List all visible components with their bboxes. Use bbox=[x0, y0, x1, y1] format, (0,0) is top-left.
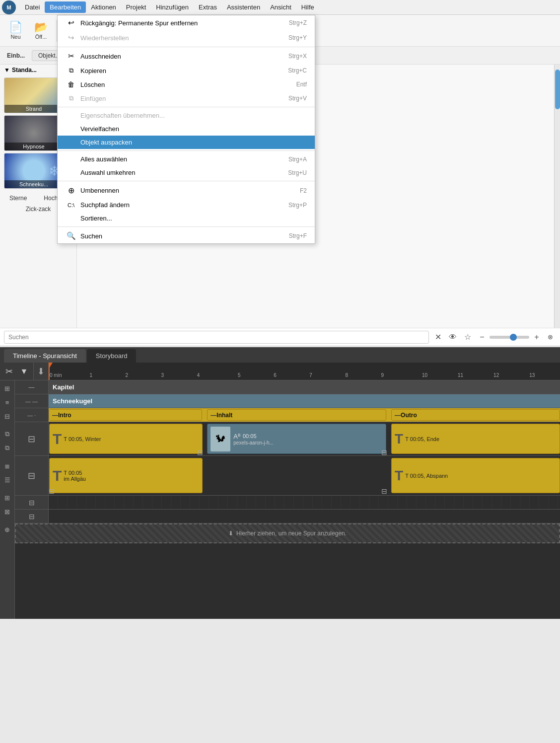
zoom-slider[interactable] bbox=[490, 336, 529, 339]
clip-inhalt[interactable]: — Inhalt bbox=[207, 409, 386, 421]
tool-icon-1[interactable]: ⊞ bbox=[1, 382, 13, 394]
sidebar-item-schneeku[interactable]: ❄ Schneeku... bbox=[4, 153, 64, 189]
tool-icon-2[interactable]: ≡ bbox=[1, 396, 13, 408]
searchpath-shortcut: Strg+P bbox=[269, 202, 307, 209]
track1-icon[interactable]: ⊟ bbox=[28, 434, 35, 445]
menu-item-undo[interactable]: ↩ Rückgängig: Permanente Spur entfernen … bbox=[58, 15, 315, 30]
allgaeu-clip-info: T 00:05 im Allgäu bbox=[64, 470, 86, 482]
clip-winter[interactable]: T T 00:05, Winter bbox=[49, 424, 203, 454]
searchpath-label: Suchpfad ändern bbox=[80, 201, 269, 209]
menu-hilfe[interactable]: Hilfe bbox=[296, 1, 319, 13]
preview-icon-button[interactable]: 👁 bbox=[447, 331, 459, 343]
clip-allgaeu[interactable]: T T 00:05 im Allgäu bbox=[49, 458, 203, 493]
track4-content bbox=[49, 510, 560, 523]
menu-item-copy[interactable]: ⧉ Kopieren Strg+C bbox=[58, 64, 315, 77]
cut-label: Ausschneiden bbox=[80, 53, 269, 60]
menu-item-sort[interactable]: Sortieren... bbox=[58, 212, 315, 225]
menu-datei[interactable]: Datei bbox=[20, 1, 45, 13]
add-track-area[interactable]: ⬇ Hierher ziehen, um neue Spur anzulegen… bbox=[15, 523, 560, 543]
tool-icon-8[interactable]: ⊞ bbox=[1, 492, 13, 504]
app-container: M Datei Bearbeiten Aktionen Projekt Hinz… bbox=[0, 0, 560, 619]
sidebar-item-strand[interactable]: Strand bbox=[4, 77, 64, 113]
menu-ansicht[interactable]: Ansicht bbox=[265, 1, 296, 13]
arrow-tool[interactable]: ▼ bbox=[18, 365, 31, 378]
menu-item-paste[interactable]: ⧉ Einfügen Strg+V bbox=[58, 91, 315, 105]
tab-timeline[interactable]: Timeline - Spuransicht bbox=[4, 349, 86, 363]
dropdown-menu: ↩ Rückgängig: Permanente Spur entfernen … bbox=[57, 15, 315, 244]
undo-icon: ↩ bbox=[66, 18, 76, 27]
strand-label: Strand bbox=[4, 105, 63, 113]
tool-icon-7[interactable]: ☰ bbox=[1, 474, 13, 486]
sidebar-cat-sterne[interactable]: Sterne bbox=[3, 193, 33, 204]
timeline-header: ✂ ▼ ⬇ 0 min 1 2 3 4 5 6 7 8 9 bbox=[0, 363, 560, 380]
tool-icon-6[interactable]: ≣ bbox=[1, 460, 13, 472]
undo-label: Rückgängig: Permanente Spur entfernen bbox=[80, 19, 269, 27]
clip-ende[interactable]: T T 00:05, Ende bbox=[391, 424, 560, 454]
inhalt-label: Inhalt bbox=[216, 412, 232, 419]
menu-item-delete[interactable]: 🗑 Löschen Entf bbox=[58, 77, 315, 91]
sidebar-item-hypnose[interactable]: Hypnose bbox=[4, 115, 64, 151]
track3-content bbox=[49, 496, 560, 509]
menu-assistenten[interactable]: Assistenten bbox=[222, 1, 265, 13]
clip-squirrel[interactable]: 🐿 Aᴮ 00:05 pexels-aaron-j-h... bbox=[207, 424, 386, 454]
track3-icon[interactable]: ⊟ bbox=[29, 499, 35, 507]
track2-icon[interactable]: ⊟ bbox=[28, 470, 35, 481]
menu-aktionen[interactable]: Aktionen bbox=[86, 1, 121, 13]
tool-icon-3[interactable]: ⊟ bbox=[1, 410, 13, 422]
track2-marker1: ⊟ bbox=[49, 487, 59, 495]
clip-outro[interactable]: — Outro bbox=[391, 409, 560, 421]
menu-item-search[interactable]: 🔍 Suchen Strg+F bbox=[58, 228, 315, 243]
top-section: M Datei Bearbeiten Aktionen Projekt Hinz… bbox=[0, 0, 560, 346]
menu-item-cut[interactable]: ✂ Ausschneiden Strg+X bbox=[58, 49, 315, 64]
menu-hinzufuegen[interactable]: Hinzufügen bbox=[151, 1, 194, 13]
search-input[interactable] bbox=[4, 331, 429, 344]
neu-button[interactable]: 📄 Neu bbox=[4, 20, 27, 42]
favorites-icon-button[interactable]: ☆ bbox=[462, 331, 474, 343]
menu-item-redo[interactable]: ↪ Wiederherstellen Strg+Y bbox=[58, 30, 315, 45]
tool-icon-9[interactable]: ⊠ bbox=[1, 506, 13, 518]
playhead-icon[interactable]: ⬇ bbox=[37, 366, 45, 377]
menu-extras[interactable]: Extras bbox=[194, 1, 222, 13]
tab-storyboard[interactable]: Storyboard bbox=[87, 349, 137, 363]
content-scrollbar[interactable] bbox=[554, 65, 560, 328]
invertsel-label: Auswahl umkehren bbox=[80, 169, 268, 176]
tool-icon-10[interactable]: ⊕ bbox=[1, 523, 13, 535]
menu-item-selectall[interactable]: Alles auswählen Strg+A bbox=[58, 152, 315, 166]
row-kapitel: — Kapitel bbox=[15, 380, 560, 394]
marker1: ⊟ bbox=[197, 448, 207, 456]
sidebar-cat-zickzack[interactable]: Zick-zack bbox=[20, 204, 57, 215]
menu-item-invertsel[interactable]: Auswahl umkehren Strg+U bbox=[58, 166, 315, 179]
menu-bearbeiten[interactable]: Bearbeiten bbox=[45, 1, 86, 13]
search-clear-button[interactable]: ✕ bbox=[432, 331, 444, 343]
tool-icon-4[interactable]: ⧉ bbox=[1, 428, 13, 440]
search-icon: 🔍 bbox=[66, 231, 76, 240]
zoom-reset-button[interactable]: ⊗ bbox=[544, 331, 556, 343]
oeffnen-button[interactable]: 📂 Öff... bbox=[29, 20, 53, 42]
copy-shortcut: Strg+C bbox=[268, 67, 307, 74]
intro-ctrl: — · bbox=[15, 408, 49, 422]
scrollbar-thumb[interactable] bbox=[555, 70, 560, 109]
track4-icon[interactable]: ⊟ bbox=[29, 513, 35, 520]
schneekugel-ctrl: — — bbox=[15, 394, 49, 408]
outro-label: Outro bbox=[401, 412, 417, 419]
menu-item-unpack[interactable]: Objekt auspacken bbox=[58, 136, 315, 149]
clip-abspann[interactable]: T T 00:05, Abspann bbox=[391, 458, 560, 493]
delete-shortcut: Entf bbox=[277, 81, 307, 88]
zoom-controls: − + ⊗ bbox=[477, 331, 556, 343]
menu-item-rename[interactable]: ⊕ Umbenennen F2 bbox=[58, 183, 315, 198]
menu-item-props[interactable]: Eigenschaften übernehmen... bbox=[58, 109, 315, 122]
menu-projekt[interactable]: Projekt bbox=[121, 1, 151, 13]
clip-intro[interactable]: — Intro bbox=[49, 409, 202, 421]
zoom-out-button[interactable]: − bbox=[477, 332, 488, 343]
tool-icon-5[interactable]: ⧉ bbox=[1, 442, 13, 454]
ende-clip-info: T 00:05, Ende bbox=[405, 436, 439, 442]
redo-label: Wiederherstellen bbox=[80, 34, 269, 42]
menu-item-multiply[interactable]: Vervielfachen bbox=[58, 122, 315, 136]
selectall-shortcut: Strg+A bbox=[269, 156, 307, 163]
neu-label: Neu bbox=[10, 34, 20, 40]
zoom-in-button[interactable]: + bbox=[531, 332, 542, 343]
rename-shortcut: F2 bbox=[280, 187, 307, 194]
scissors-tool[interactable]: ✂ bbox=[3, 365, 16, 378]
paste-shortcut: Strg+V bbox=[269, 95, 307, 102]
menu-item-searchpath[interactable]: C:\ Suchpfad ändern Strg+P bbox=[58, 198, 315, 212]
